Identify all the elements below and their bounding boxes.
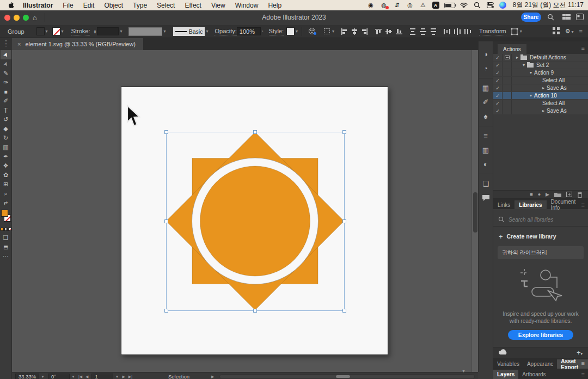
horizontal-scrollbar-thumb[interactable] — [336, 375, 350, 378]
chevron-down-icon[interactable]: ▾ — [530, 70, 532, 75]
symbols-panel-icon[interactable]: ♠ — [479, 110, 493, 122]
input-source-icon[interactable]: ⇵ — [393, 1, 401, 9]
rotation-field[interactable]: 0° — [48, 374, 70, 379]
vertical-scrollbar[interactable] — [471, 50, 478, 372]
new-action-icon[interactable] — [566, 192, 572, 197]
chevron-down-icon[interactable]: ▼ — [115, 375, 119, 378]
menu-edit[interactable]: Edit — [83, 2, 95, 9]
menu-select[interactable]: Select — [157, 2, 175, 9]
chevron-down-icon[interactable]: ▾ — [120, 29, 122, 34]
action-row-action-10-selected[interactable]: ✓ ▾ Action 10 — [493, 92, 588, 99]
tab-layers[interactable]: Layers — [493, 370, 518, 379]
distribute-right-icon[interactable] — [463, 27, 471, 35]
action-row-save-as-2[interactable]: ✓ ▸ Save As — [493, 107, 588, 114]
type-tool[interactable]: T — [1, 106, 11, 115]
menu-window[interactable]: Window — [235, 2, 259, 9]
vertical-scrollbar-thumb[interactable] — [473, 192, 477, 233]
graphic-style-swatch[interactable] — [286, 27, 295, 35]
alert-status-icon[interactable]: ⚠ — [419, 1, 427, 9]
explore-libraries-button[interactable]: Explore libraries — [508, 330, 573, 340]
sun-artwork[interactable] — [121, 87, 388, 354]
document-tab[interactable]: × element 1.svg @ 33.33 % (RGB/Preview) — [12, 38, 143, 50]
next-artboard-icon[interactable]: ▶ — [122, 375, 125, 379]
dialog-toggle-cell[interactable] — [503, 92, 512, 99]
distribute-top-icon[interactable] — [408, 27, 416, 35]
previous-artboard-icon[interactable]: ◀ — [85, 375, 88, 379]
fill-color-swatch[interactable] — [36, 27, 45, 35]
distribute-bottom-icon[interactable] — [429, 27, 437, 35]
chevron-down-icon[interactable]: ▾ — [520, 29, 522, 34]
panel-menu-icon[interactable]: ≡ — [581, 201, 585, 208]
stroke-panel-icon[interactable]: ≡ — [479, 130, 493, 142]
align-bottom-icon[interactable] — [395, 27, 403, 35]
tab-links[interactable]: Links — [493, 200, 514, 209]
checkmark-icon[interactable]: ✓ — [493, 92, 503, 99]
stroke-weight-stepper[interactable]: ▲▼ — [93, 29, 96, 34]
properties-grid-icon[interactable] — [553, 27, 560, 35]
checkmark-icon[interactable]: ✓ — [493, 62, 503, 69]
cloud-sync-icon[interactable] — [499, 349, 508, 356]
align-horizontal-center-icon[interactable] — [350, 27, 358, 35]
checkmark-icon[interactable]: ✓ — [493, 100, 503, 107]
menu-file[interactable]: File — [63, 2, 73, 9]
library-search-input[interactable] — [509, 217, 579, 223]
chevron-down-icon[interactable]: ▾ — [332, 29, 334, 34]
chevron-down-icon[interactable]: ▼ — [71, 375, 75, 378]
artboard[interactable] — [121, 87, 388, 355]
library-list-item[interactable]: 귀하의 라이브러리 — [498, 246, 584, 259]
transparency-panel-icon[interactable]: ◐ — [479, 158, 493, 170]
chevron-right-icon[interactable]: ▸ — [542, 108, 544, 113]
menu-app-name[interactable]: Illustrator — [23, 2, 53, 9]
variable-width-profile-dropdown[interactable]: Basic — [173, 27, 205, 36]
chevron-right-icon[interactable]: ▸ — [542, 85, 544, 90]
close-document-icon[interactable]: × — [17, 41, 21, 47]
menu-clock[interactable]: 8월 21일 (월) 오전 11:17 — [513, 1, 584, 10]
action-row-select-all-2[interactable]: ✓ Select All — [493, 100, 588, 107]
panel-menu-icon[interactable]: ≡ — [581, 360, 585, 366]
siri-icon[interactable] — [499, 2, 506, 9]
distribute-left-icon[interactable] — [443, 27, 451, 35]
pen-tool[interactable]: ✎ — [1, 69, 11, 78]
stroke-weight-field[interactable] — [97, 27, 119, 35]
action-row-action-9[interactable]: ✓ ▾ Action 9 — [493, 69, 588, 76]
gradient-mode-icon[interactable] — [4, 228, 8, 231]
dialog-toggle-icon[interactable] — [503, 54, 512, 61]
stop-recording-icon[interactable]: ■ — [530, 192, 532, 197]
chevron-right-icon[interactable]: › — [262, 29, 264, 34]
apple-logo-icon[interactable] — [8, 2, 14, 9]
align-vertical-center-icon[interactable] — [384, 27, 393, 35]
checkmark-icon[interactable]: ✓ — [493, 69, 503, 76]
chevron-down-icon[interactable]: ▾ — [530, 93, 532, 98]
isolate-mode-icon[interactable] — [323, 27, 331, 35]
checkmark-icon[interactable]: ✓ — [493, 77, 503, 84]
more-tools-icon[interactable]: ⋯ — [1, 252, 11, 261]
comments-panel-icon[interactable] — [479, 192, 493, 204]
gradient-tool[interactable]: ▥ — [1, 143, 11, 152]
opacity-label[interactable]: Opacity: — [215, 28, 236, 35]
dialog-toggle-cell[interactable] — [503, 100, 512, 107]
first-artboard-icon[interactable]: |◀ — [78, 375, 82, 379]
tab-actions[interactable]: Actions — [498, 44, 526, 54]
recolor-artwork-icon[interactable] — [308, 27, 316, 35]
chevron-down-icon[interactable]: ▾ — [523, 63, 525, 68]
share-button[interactable]: Share — [521, 13, 541, 22]
search-icon[interactable] — [547, 14, 554, 22]
chevron-down-icon[interactable]: ▾ — [46, 29, 48, 34]
checkmark-icon[interactable]: ✓ — [493, 107, 503, 114]
symbol-sprayer-tool[interactable]: ✿ — [1, 170, 11, 180]
tab-appearance[interactable]: Appearanc — [523, 359, 557, 369]
dialog-toggle-cell[interactable] — [503, 84, 512, 91]
align-top-icon[interactable] — [374, 27, 382, 35]
panel-menu-icon[interactable]: ≡ — [581, 371, 585, 378]
workspace-switcher-icon[interactable] — [562, 14, 571, 22]
dialog-toggle-cell[interactable] — [503, 69, 512, 76]
horizontal-scrollbar[interactable]: ▼ — [219, 374, 475, 379]
align-right-icon[interactable] — [360, 27, 369, 35]
chevron-down-icon[interactable]: ▼ — [462, 369, 465, 373]
record-icon[interactable]: ● — [538, 192, 541, 197]
color-mode-icon[interactable] — [1, 228, 4, 231]
paintbrush-tool[interactable]: ✐ — [1, 96, 11, 106]
swap-fill-stroke-icon[interactable]: ⇄ — [1, 198, 11, 207]
spotlight-search-icon[interactable] — [473, 1, 481, 9]
browser-status-icon[interactable]: ◍ — [380, 1, 388, 9]
